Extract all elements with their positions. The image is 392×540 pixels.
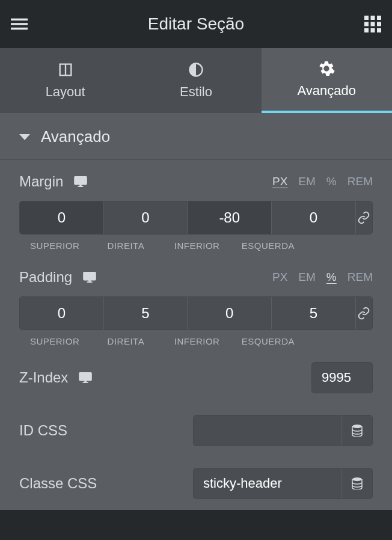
desktop-icon[interactable] [79,372,92,383]
padding-left-input[interactable] [272,297,356,330]
unit-rem[interactable]: REM [348,175,373,188]
padding-label: Padding [19,269,72,286]
tab-label: Layout [46,84,85,100]
panel-header: Editar Seção [0,0,392,48]
tab-advanced[interactable]: Avançado [262,48,392,113]
margin-right-input[interactable] [104,201,188,234]
idcss-dynamic-button[interactable] [341,416,372,446]
margin-units: PX EM % REM [272,175,373,188]
margin-bottom-input[interactable] [188,201,272,234]
svg-rect-4 [370,16,375,20]
tabs: Layout Estilo Avançado [0,48,392,113]
desktop-icon[interactable] [83,272,96,283]
section-header-advanced[interactable]: Avançado [0,113,392,160]
svg-rect-10 [370,28,375,32]
apps-icon[interactable] [364,16,381,32]
tab-label: Estilo [180,84,212,100]
unit-px[interactable]: PX [272,271,287,284]
link-icon [357,307,370,320]
classecss-row: Classe CSS [0,457,392,510]
margin-top-input[interactable] [20,201,104,234]
margin-top-sublabel: SUPERIOR [19,241,90,251]
menu-icon[interactable] [11,16,28,32]
classecss-dynamic-button[interactable] [341,468,372,499]
margin-left-sublabel: ESQUERDA [233,241,304,251]
svg-point-12 [352,425,362,428]
classecss-label: Classe CSS [19,475,97,492]
svg-rect-5 [377,16,381,20]
gear-icon [318,60,335,77]
padding-bottom-input[interactable] [188,297,272,330]
tab-layout[interactable]: Layout [0,48,130,113]
database-icon [352,477,363,489]
classecss-input[interactable] [194,468,341,499]
unit-pct[interactable]: % [326,175,337,188]
padding-top-sublabel: SUPERIOR [19,336,90,346]
padding-bottom-sublabel: INFERIOR [162,336,233,346]
idcss-label: ID CSS [19,422,67,439]
svg-point-13 [352,477,362,481]
section-title: Avançado [41,127,110,146]
svg-rect-2 [11,28,28,30]
margin-left-input[interactable] [272,201,356,234]
zindex-input[interactable] [311,362,373,393]
svg-rect-7 [370,22,375,26]
unit-rem[interactable]: REM [348,271,373,284]
padding-inputs [19,296,373,330]
padding-control: Padding PX EM % REM SUPERIOR DIREITA INF… [0,256,392,351]
database-icon [352,425,363,437]
padding-right-sublabel: DIREITA [90,336,161,346]
panel-title: Editar Seção [148,14,244,34]
tab-style[interactable]: Estilo [130,48,261,113]
margin-control: Margin PX EM % REM SUPERIOR DIREITA INFE… [0,160,392,256]
zindex-label: Z-Index [19,369,68,386]
unit-em[interactable]: EM [298,175,316,188]
margin-right-sublabel: DIREITA [90,241,161,251]
caret-down-icon [19,134,30,140]
padding-top-input[interactable] [20,297,104,330]
svg-rect-9 [364,28,369,32]
svg-rect-0 [11,19,28,21]
idcss-input[interactable] [194,416,341,446]
contrast-icon [188,61,204,78]
svg-rect-11 [377,28,381,32]
link-icon [357,211,370,224]
margin-bottom-sublabel: INFERIOR [162,241,233,251]
padding-units: PX EM % REM [272,271,373,284]
desktop-icon[interactable] [74,176,87,187]
svg-rect-3 [364,16,369,20]
unit-pct[interactable]: % [326,271,337,284]
svg-rect-8 [377,22,381,26]
padding-left-sublabel: ESQUERDA [233,336,304,346]
unit-em[interactable]: EM [298,271,316,284]
margin-link-toggle[interactable] [356,201,372,234]
columns-icon [57,61,74,78]
padding-link-toggle[interactable] [356,297,372,330]
footer-gap [0,510,392,522]
content-area: Avançado Margin PX EM % REM SUPERI [0,113,392,510]
margin-inputs [19,201,373,235]
svg-rect-6 [364,22,369,26]
padding-right-input[interactable] [104,297,188,330]
zindex-row: Z-Index [0,351,392,404]
margin-label: Margin [19,173,63,190]
svg-rect-1 [11,23,28,25]
unit-px[interactable]: PX [272,175,287,188]
tab-label: Avançado [298,83,356,99]
idcss-row: ID CSS [0,404,392,457]
